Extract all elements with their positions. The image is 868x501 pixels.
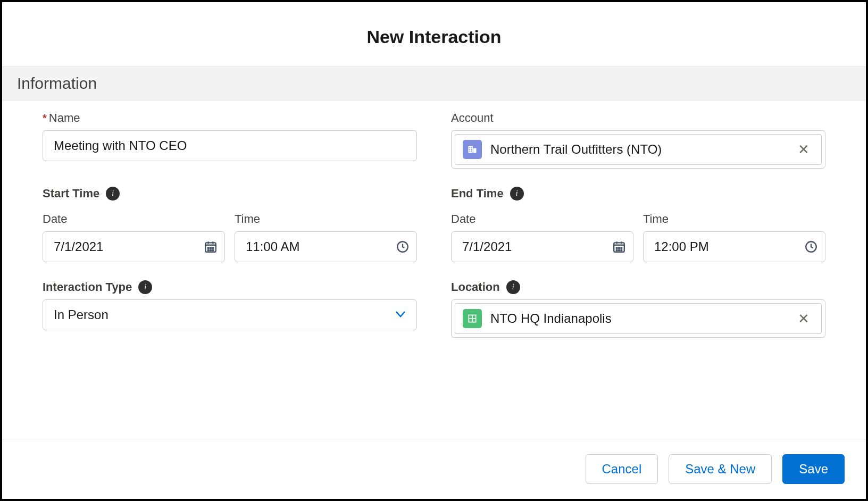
- svg-point-19: [621, 247, 622, 248]
- svg-point-11: [212, 247, 213, 248]
- end-date-label: Date: [451, 212, 633, 226]
- svg-rect-1: [473, 148, 477, 153]
- end-date-input[interactable]: [451, 231, 633, 262]
- name-label: *Name: [43, 111, 80, 125]
- account-label: Account: [451, 111, 494, 125]
- required-indicator: *: [43, 112, 47, 124]
- location-pill: NTO HQ Indianapolis ✕: [455, 303, 822, 334]
- info-icon[interactable]: i: [510, 187, 524, 201]
- svg-point-9: [208, 247, 209, 248]
- end-time-input[interactable]: [643, 231, 825, 262]
- location-clear-button[interactable]: ✕: [794, 312, 814, 325]
- field-end-time: End Time i Date Time: [451, 187, 825, 262]
- svg-point-22: [621, 249, 622, 250]
- name-input[interactable]: [43, 130, 417, 161]
- modal-footer: Cancel Save & New Save: [2, 439, 866, 499]
- svg-rect-4: [469, 149, 470, 150]
- account-pill-label: Northern Trail Outfitters (NTO): [490, 142, 785, 157]
- account-lookup[interactable]: Northern Trail Outfitters (NTO) ✕: [451, 130, 825, 169]
- location-label: Location: [451, 280, 500, 294]
- end-time-label: End Time: [451, 187, 504, 201]
- account-icon: [463, 140, 482, 159]
- start-date-label: Date: [43, 212, 225, 226]
- new-interaction-modal: New Interaction Information *Name Accoun…: [0, 0, 868, 501]
- svg-point-21: [619, 249, 620, 250]
- info-icon[interactable]: i: [506, 280, 520, 294]
- info-icon[interactable]: i: [138, 280, 152, 294]
- svg-point-17: [616, 247, 617, 248]
- interaction-type-select[interactable]: [43, 299, 417, 330]
- svg-rect-2: [469, 147, 470, 148]
- clock-icon[interactable]: [804, 240, 818, 254]
- svg-point-18: [619, 247, 620, 248]
- svg-rect-6: [469, 151, 470, 152]
- chevron-down-icon: [396, 310, 405, 320]
- svg-point-12: [208, 249, 209, 250]
- clock-icon[interactable]: [396, 240, 410, 254]
- svg-point-14: [212, 249, 213, 250]
- info-icon[interactable]: i: [106, 187, 120, 201]
- form-body: *Name Account Northern Trail Outfitters …: [2, 101, 866, 439]
- section-header-information: Information: [2, 66, 866, 101]
- svg-rect-5: [471, 149, 472, 150]
- location-icon: [463, 309, 482, 328]
- svg-rect-0: [469, 146, 473, 153]
- cancel-button[interactable]: Cancel: [586, 454, 658, 484]
- field-name: *Name: [43, 111, 417, 169]
- calendar-icon[interactable]: [204, 240, 218, 254]
- svg-point-20: [616, 249, 617, 250]
- save-and-new-button[interactable]: Save & New: [669, 454, 772, 484]
- svg-rect-7: [471, 151, 472, 152]
- svg-point-10: [210, 247, 211, 248]
- field-account: Account Northern Trail Outfitters (NTO) …: [451, 111, 825, 169]
- svg-point-13: [210, 249, 211, 250]
- calendar-icon[interactable]: [612, 240, 626, 254]
- start-time-input[interactable]: [235, 231, 417, 262]
- start-time-label: Start Time: [43, 187, 99, 201]
- account-clear-button[interactable]: ✕: [794, 143, 814, 156]
- field-location: Location i NTO HQ Indianapolis ✕: [451, 280, 825, 338]
- start-time-sub-label: Time: [235, 212, 417, 226]
- account-pill: Northern Trail Outfitters (NTO) ✕: [455, 134, 822, 165]
- field-interaction-type: Interaction Type i: [43, 280, 417, 338]
- end-time-sub-label: Time: [643, 212, 825, 226]
- location-lookup[interactable]: NTO HQ Indianapolis ✕: [451, 299, 825, 338]
- start-date-input[interactable]: [43, 231, 225, 262]
- svg-rect-3: [471, 147, 472, 148]
- modal-title: New Interaction: [2, 2, 866, 66]
- interaction-type-label: Interaction Type: [43, 280, 132, 294]
- field-start-time: Start Time i Date Time: [43, 187, 417, 262]
- location-pill-label: NTO HQ Indianapolis: [490, 311, 785, 326]
- save-button[interactable]: Save: [782, 454, 845, 484]
